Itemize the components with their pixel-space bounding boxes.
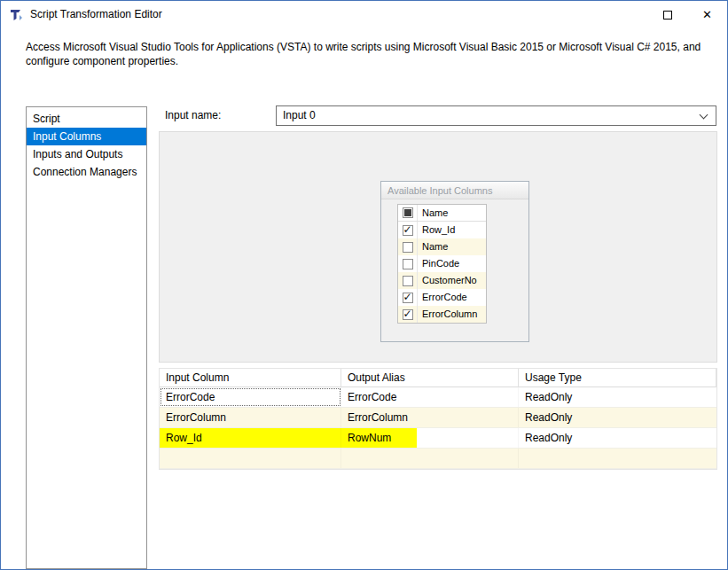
checkbox-pincode[interactable] <box>403 259 413 269</box>
column-name-name[interactable]: Name <box>418 238 486 255</box>
input-columns-grid: Input Column Output Alias Usage Type Err… <box>159 368 717 470</box>
available-input-columns-panel[interactable]: Available Input Columns Name Row_Id Name… <box>380 181 529 342</box>
available-column-row: PinCode <box>398 255 486 272</box>
cell-usage-type[interactable]: ReadOnly <box>519 387 716 407</box>
column-name-errorcolumn[interactable]: ErrorColumn <box>418 306 486 323</box>
column-name-pincode[interactable]: PinCode <box>418 255 486 272</box>
sidebar-item-script[interactable]: Script <box>27 110 146 128</box>
grid-row-errorcode: ErrorCode ErrorCode ReadOnly <box>160 387 716 408</box>
checkbox-errorcolumn[interactable] <box>403 309 413 320</box>
cell-input-column[interactable]: ErrorColumn <box>160 408 341 427</box>
input-name-value: Input 0 <box>283 109 316 121</box>
grid-row-row-id-highlighted: Row_Id RowNum ReadOnly <box>160 428 716 449</box>
sidebar-list: Script Input Columns Inputs and Outputs … <box>26 106 147 569</box>
cell-usage-type[interactable]: ReadOnly <box>519 428 716 448</box>
available-column-row: CustomerNo <box>398 272 486 289</box>
maximize-icon <box>663 11 672 20</box>
cell-output-alias[interactable]: RowNum <box>341 428 519 448</box>
checkbox-errorcode[interactable] <box>403 293 413 303</box>
available-column-row: ErrorCode <box>398 289 486 306</box>
maximize-button[interactable] <box>647 1 687 28</box>
input-columns-workarea: Available Input Columns Name Row_Id Name… <box>159 131 717 363</box>
available-input-columns-title: Available Input Columns <box>381 182 528 199</box>
sidebar-item-inputs-and-outputs[interactable]: Inputs and Outputs <box>27 145 146 163</box>
window-title: Script Transformation Editor <box>30 1 162 28</box>
name-column-header[interactable]: Name <box>418 205 486 221</box>
column-name-row-id[interactable]: Row_Id <box>418 222 486 238</box>
script-component-icon <box>9 7 24 22</box>
close-icon: ✕ <box>702 8 712 21</box>
header-usage-type: Usage Type <box>519 369 716 387</box>
cell-usage-type[interactable] <box>519 449 716 468</box>
available-column-row: ErrorColumn <box>398 306 486 323</box>
script-transformation-editor-window: Script Transformation Editor ✕ Access Mi… <box>0 0 728 570</box>
chevron-down-icon <box>700 111 708 120</box>
cell-input-column[interactable] <box>160 449 341 468</box>
available-columns-table: Name Row_Id Name PinCode CustomerNo <box>397 204 487 324</box>
close-button[interactable]: ✕ <box>687 1 727 28</box>
window-controls: ✕ <box>647 1 727 28</box>
titlebar[interactable]: Script Transformation Editor ✕ <box>1 1 727 28</box>
cell-input-column[interactable]: Row_Id <box>160 428 341 448</box>
focused-cell-input-column[interactable]: ErrorCode <box>160 387 341 407</box>
cell-output-alias[interactable]: ErrorColumn <box>341 408 519 427</box>
column-name-customerno[interactable]: CustomerNo <box>418 272 486 289</box>
checkbox-row-id[interactable] <box>403 225 413 236</box>
cell-usage-type[interactable]: ReadOnly <box>519 408 716 427</box>
sidebar-item-input-columns[interactable]: Input Columns <box>27 128 146 145</box>
available-columns-header-row: Name <box>398 205 486 222</box>
cell-output-alias[interactable]: ErrorCode <box>341 387 519 407</box>
sidebar-item-connection-managers[interactable]: Connection Managers <box>27 163 146 181</box>
grid-row-errorcolumn: ErrorColumn ErrorColumn ReadOnly <box>160 408 716 428</box>
grid-row-empty <box>160 449 716 469</box>
checkbox-customerno[interactable] <box>403 276 413 286</box>
description-text: Access Microsoft Visual Studio Tools for… <box>26 40 716 68</box>
input-name-dropdown[interactable]: Input 0 <box>276 105 716 126</box>
header-output-alias: Output Alias <box>341 369 519 387</box>
input-name-label: Input name: <box>165 109 221 121</box>
cell-output-alias[interactable] <box>341 449 519 468</box>
select-all-checkbox[interactable] <box>403 207 413 218</box>
available-column-row: Row_Id <box>398 222 486 238</box>
grid-header-row: Input Column Output Alias Usage Type <box>160 369 716 387</box>
available-column-row: Name <box>398 238 486 255</box>
checkbox-name[interactable] <box>403 242 413 253</box>
column-name-errorcode[interactable]: ErrorCode <box>418 289 486 306</box>
header-input-column: Input Column <box>160 369 341 387</box>
